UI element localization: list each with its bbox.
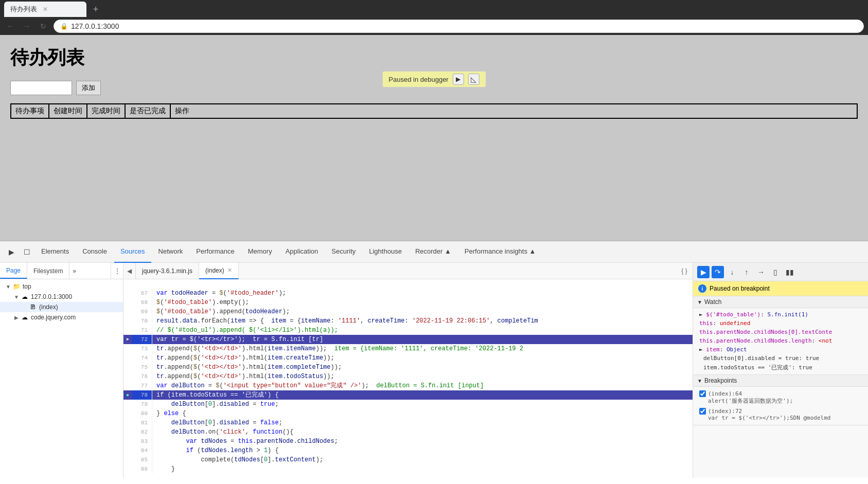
add-button[interactable]: 添加	[76, 81, 101, 95]
bp-checkbox-1[interactable]	[699, 390, 706, 397]
debugger-step-button[interactable]: ◺	[468, 74, 480, 85]
code-line-68[interactable]: 68 $('#todo_table').empty();	[123, 298, 693, 307]
tab-recorder[interactable]: Recorder ▲	[409, 241, 457, 263]
breakpoint-item-1[interactable]: (index):64 alert('服务器返回数据为空');	[697, 389, 864, 406]
line-num-70: 70	[132, 316, 152, 326]
watch-item-status: item.todoStatus == '已完成': true	[697, 363, 864, 372]
deactivate-button[interactable]: ▯	[769, 266, 782, 278]
code-line-86[interactable]: 86 }	[123, 464, 693, 474]
code-line-70[interactable]: 70 result.data.forEach(item => { item = …	[123, 316, 693, 326]
step-button[interactable]: →	[755, 266, 767, 278]
breakpoint-item-2[interactable]: (index):72 var tr = $('<tr></tr>');SDN @…	[697, 406, 864, 423]
tab-security[interactable]: Security	[325, 241, 362, 263]
bp-checkbox-2[interactable]	[699, 408, 706, 415]
code-line-81[interactable]: 81 delButton[0].disabled = false;	[123, 418, 693, 427]
code-line-69[interactable]: 69 $('#todo_table').append(todoHeader);	[123, 307, 693, 316]
code-line-67[interactable]: 67 var todoHeader = $('#todo_header');	[123, 289, 693, 298]
code-editor[interactable]: 67 var todoHeader = $('#todo_header'); 6…	[123, 279, 693, 478]
code-line-80[interactable]: 80 } else {	[123, 409, 693, 418]
jquery-tab-label: jquery-3.6.1.min.js	[142, 267, 192, 275]
watch-del-text: delButton[0].disabled = true: true	[703, 355, 819, 362]
code-line-79[interactable]: 79 delButton[0].disabled = true;	[123, 400, 693, 409]
tree-item-jquery-host[interactable]: ▶ ☁ code.jquery.com	[0, 312, 123, 322]
code-line-76[interactable]: 76 tr.append($('<td></td>').html(item.to…	[123, 372, 693, 381]
breakpoints-label: Breakpoints	[704, 377, 737, 384]
code-line-82[interactable]: 82 delButton.on('click', function(){	[123, 427, 693, 437]
code-line-84[interactable]: 84 if (tdNodes.length > 1) {	[123, 446, 693, 455]
devtools-select-btn[interactable]: ▶	[4, 245, 19, 259]
watch-item-2[interactable]: this: undefined	[697, 319, 864, 328]
line-num-85: 85	[132, 455, 152, 464]
tree-toggle-top[interactable]: ▼	[4, 282, 12, 291]
step-into-button[interactable]: ↓	[726, 266, 738, 278]
code-tab-index[interactable]: (index) ✕	[199, 263, 239, 279]
tab-close-button[interactable]: ✕	[41, 5, 49, 13]
code-nav-back[interactable]: ◀	[123, 263, 136, 279]
tree-item-index[interactable]: 🖹 (index)	[0, 302, 123, 312]
step-over-button[interactable]: ↷	[712, 266, 724, 278]
tab-lighthouse[interactable]: Lighthouse	[363, 241, 408, 263]
sources-tab-filesystem[interactable]: Filesystem	[27, 263, 69, 279]
code-line-72[interactable]: ➤ 72 var tr = $('<tr></tr>'); tr = S.fn.…	[123, 335, 693, 344]
right-panel-scroll[interactable]: i Paused on breakpoint ▼ Watch ► $('#tod…	[693, 281, 868, 478]
watch-item-4[interactable]: this.parentNode.childNodes.length: <not	[697, 336, 864, 345]
debugger-toolbar: ▶ ↷ ↓ ↑ → ▯ ▮▮	[693, 263, 868, 281]
tab-console[interactable]: Console	[76, 241, 113, 263]
tree-item-top[interactable]: ▼ 📁 top	[0, 281, 123, 292]
tree-item-host[interactable]: ▼ ☁ 127.0.0.1:3000	[0, 292, 123, 302]
code-content-82: delButton.on('click', function(){	[152, 427, 297, 437]
watch-item-object[interactable]: ► item: Object	[697, 345, 864, 354]
tree-toggle-host[interactable]: ▼	[12, 293, 21, 301]
line-num-80: 80	[132, 409, 152, 418]
breakpoints-section-header[interactable]: ▼ Breakpoints	[693, 375, 868, 387]
code-content-68: $('#todo_table').empty();	[152, 298, 253, 307]
tab-elements[interactable]: Elements	[35, 241, 75, 263]
code-line-83[interactable]: 83 var tdNodes = this.parentNode.childNo…	[123, 437, 693, 446]
active-tab[interactable]: 待办列表 ✕	[4, 2, 86, 17]
watch-item-3[interactable]: this.parentNode.childNodes[0].textConte	[697, 328, 864, 336]
watch-label: Watch	[704, 298, 722, 306]
sources-options-btn[interactable]: ⋮	[111, 263, 123, 279]
sources-tab-more[interactable]: »	[69, 263, 79, 279]
pause-on-exceptions-button[interactable]: ▮▮	[784, 266, 796, 278]
tree-toggle-jquery-host[interactable]: ▶	[12, 313, 21, 321]
tab-performance[interactable]: Performance	[190, 241, 240, 263]
line-num-81: 81	[132, 418, 152, 427]
resume-button[interactable]: ▶	[697, 266, 710, 278]
browser-chrome: 待办列表 ✕ + ← → ↻ 🔒 127.0.0.1:3000	[0, 0, 868, 35]
forward-button[interactable]: →	[21, 20, 33, 32]
line-num-84: 84	[132, 446, 152, 455]
sources-tab-page[interactable]: Page	[0, 263, 27, 279]
new-tab-button[interactable]: +	[88, 2, 103, 16]
code-line-71[interactable]: 71 // $('#todo_ul').append( $('<li></li>…	[123, 326, 693, 335]
step-out-button[interactable]: ↑	[740, 266, 753, 278]
tab-memory[interactable]: Memory	[242, 241, 278, 263]
back-button[interactable]: ←	[4, 20, 16, 32]
tab-sources[interactable]: Sources	[114, 241, 151, 263]
code-tab-jquery[interactable]: jquery-3.6.1.min.js	[136, 263, 199, 279]
code-format-btn[interactable]: { }	[678, 265, 690, 277]
address-bar[interactable]: 🔒 127.0.0.1:3000	[54, 20, 864, 33]
bp-72: ➤	[123, 335, 132, 344]
tab-performance-insights[interactable]: Performance insights ▲	[458, 241, 542, 263]
todo-table-header: 待办事项 创建时间 完成时间 是否已完成 操作	[10, 103, 858, 119]
index-tab-close[interactable]: ✕	[227, 267, 232, 274]
watch-item-1[interactable]: ► $('#todo_table'): S.fn.init(1)	[697, 310, 864, 319]
code-line-75[interactable]: 75 tr.append($('<td></td>').html(item.co…	[123, 363, 693, 372]
watch-section-header[interactable]: ▼ Watch	[693, 296, 868, 308]
debugger-resume-button[interactable]: ▶	[453, 74, 464, 85]
code-line-78[interactable]: ● 78 if (item.todoStatus == '已完成') {	[123, 390, 693, 400]
code-line-77[interactable]: 77 var delButton = $('<input type="butto…	[123, 381, 693, 390]
add-input[interactable]	[10, 81, 72, 95]
tab-network[interactable]: Network	[152, 241, 189, 263]
devtools-device-btn[interactable]: ☐	[20, 245, 34, 259]
line-num-76: 76	[132, 372, 152, 381]
code-line-85[interactable]: 85 complete(tdNodes[0].textContent);	[123, 455, 693, 464]
code-content-67: var todoHeader = $('#todo_header');	[152, 289, 290, 298]
code-line-73[interactable]: 73 tr.append($('<td></td>').html(item.it…	[123, 344, 693, 353]
reload-button[interactable]: ↻	[37, 20, 49, 32]
code-line-74[interactable]: 74 tr.append($('<td></td>').html(item.cr…	[123, 353, 693, 363]
cloud-icon-2: ☁	[21, 313, 29, 321]
bp-68	[123, 298, 132, 307]
tab-application[interactable]: Application	[279, 241, 325, 263]
